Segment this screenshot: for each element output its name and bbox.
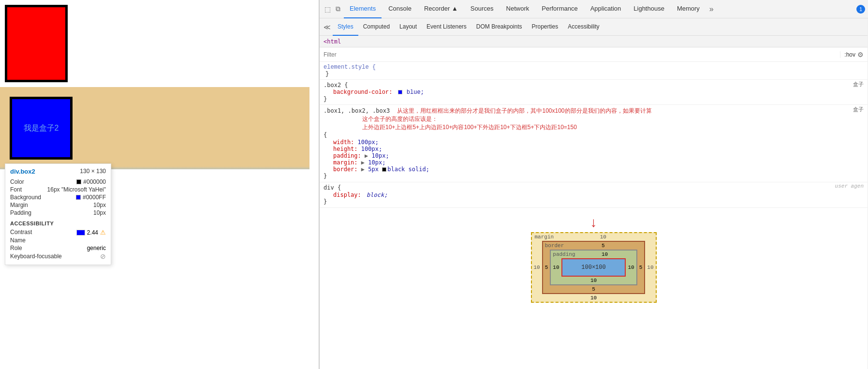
- style-rule-div: div { display: block; } user agen: [320, 182, 868, 208]
- subtab-computed[interactable]: Computed: [358, 18, 395, 36]
- border-label: border: [545, 243, 564, 249]
- expand-margin-icon[interactable]: ▶: [361, 159, 365, 166]
- prop-font: Font 16px "Microsoft YaHei": [10, 186, 106, 193]
- border-top-row: border 5: [543, 242, 645, 250]
- contrast-swatch: [76, 230, 85, 236]
- prop-value-bg-color: blue;: [398, 89, 424, 96]
- styles-filter-input[interactable]: [324, 51, 840, 58]
- prop-bg-value: #0000FF: [76, 194, 106, 201]
- expand-padding-icon[interactable]: ▶: [365, 152, 368, 159]
- keyboard-icon: ⊘: [100, 252, 106, 260]
- tab-elements[interactable]: Elements: [344, 0, 382, 18]
- prop-width: width: 100px;: [333, 139, 864, 146]
- tab-performance[interactable]: Performance: [536, 0, 583, 18]
- prop-display-value: block;: [367, 192, 387, 198]
- user-agent-label: user agen: [835, 183, 864, 189]
- subtab-dom-breakpoints[interactable]: DOM Breakpoints: [471, 18, 527, 36]
- box1: 我是盒子1: [5, 5, 68, 82]
- prop-color-value: #000000: [76, 178, 106, 185]
- subtab-event-listeners[interactable]: Event Listeners: [422, 18, 471, 36]
- rule-props-box2: background-color: blue;: [333, 89, 864, 96]
- contrast-value: 2.44: [87, 229, 98, 236]
- element-info-panel: div.box2 130 × 130 Color #000000 Font 16…: [5, 163, 111, 265]
- padding-bottom-value: 10: [551, 277, 636, 284]
- prop-border: border: ▶ 5px black solid;: [333, 166, 864, 173]
- box-model-section: ↓ margin 10 10: [320, 208, 868, 312]
- tab-sources[interactable]: Sources: [465, 0, 500, 18]
- margin-top-row: margin 10: [532, 233, 656, 241]
- rule-selector-box2: .box2 {: [324, 82, 348, 89]
- webpage-area: 我是盒子1 我是盒子2 div.box2 130 × 130 Color #00: [0, 0, 319, 369]
- tab-application[interactable]: Application: [585, 0, 627, 18]
- color-inline-black: [382, 167, 386, 172]
- keyboard-label: Keyboard-focusable: [10, 253, 62, 260]
- tab-lighthouse[interactable]: Lighthouse: [628, 0, 670, 18]
- accessibility-header: ACCESSIBILITY: [10, 221, 106, 226]
- subtab-accessibility[interactable]: Accessibility: [563, 18, 604, 36]
- rule-selector-element: element.style {: [324, 64, 376, 71]
- margin-top-value: 10: [600, 234, 606, 240]
- border-left-value: 5: [543, 250, 550, 285]
- prop-keyboard: Keyboard-focusable ⊘: [10, 252, 106, 261]
- element-title: div.box2 130 × 130: [10, 168, 106, 175]
- devtools-topbar: ⬚ ⧉ Elements Console Recorder ▲ Sources …: [320, 0, 868, 18]
- padding-box: padding 10 10 100×100: [550, 250, 637, 285]
- styles-filter-bar: :hov ⚙: [320, 47, 868, 62]
- prop-padding: Padding 10px: [10, 209, 106, 217]
- prop-padding: padding: ▶ 10px;: [333, 152, 864, 159]
- element-size: 130 × 130: [80, 168, 106, 175]
- tab-network[interactable]: Network: [500, 0, 535, 18]
- comment-line3: 上外边距10+上边框5+上内边距10+内容100+下外边距10+下边框5+下内边…: [362, 124, 577, 131]
- prop-padding-value: 10px;: [372, 152, 389, 159]
- box1-text: 我是盒子1: [12, 12, 60, 22]
- border-box: border 5 5 p: [542, 241, 646, 294]
- prop-margin-value: 10px: [93, 202, 106, 208]
- border-right-value: 5: [637, 250, 645, 285]
- subtab-properties[interactable]: Properties: [527, 18, 563, 36]
- tab-recorder[interactable]: Recorder ▲: [418, 0, 464, 18]
- box123-source-annotation: 盒子: [853, 106, 864, 113]
- subtab-toggle[interactable]: ≪: [322, 23, 333, 31]
- rule-open-box123: {: [324, 132, 327, 138]
- prop-color: Color #000000: [10, 178, 106, 186]
- comment-line1: 从这里，用红框框出来的部分才是我们盒子的内部，其中100x100的部分是我们的内…: [397, 107, 651, 114]
- expand-border-icon[interactable]: ▶: [361, 166, 365, 173]
- prop-height: height: 100px;: [333, 146, 864, 152]
- padding-label: padding: [553, 251, 575, 257]
- border-top-value: 5: [602, 243, 605, 249]
- border-bottom-value: 5: [543, 285, 645, 293]
- middle-row: 10 border 5: [532, 241, 656, 294]
- tab-console[interactable]: Console: [383, 0, 417, 18]
- prop-margin: Margin 10px: [10, 201, 106, 209]
- role-label: Role: [10, 245, 22, 251]
- more-tabs-button[interactable]: »: [706, 5, 717, 14]
- prop-font-label: Font: [10, 186, 22, 193]
- border-middle-row: 5 padding 10: [543, 250, 645, 285]
- styles-settings-icon[interactable]: ⚙: [857, 51, 864, 59]
- color-swatch-black: [76, 179, 81, 184]
- rule-selector-box123: .box1, .box2, .box3: [324, 107, 390, 114]
- tan-container: 我是盒子2: [0, 87, 309, 169]
- box-model-outer: margin 10 10 b: [531, 232, 657, 303]
- div-props: display: block;: [333, 192, 864, 198]
- prop-contrast: Contrast 2.44 ⚠: [10, 228, 106, 236]
- padding-left-value: 10: [551, 265, 561, 270]
- prop-display-name: display:: [333, 192, 361, 198]
- prop-height-name: height:: [333, 146, 358, 152]
- tab-memory[interactable]: Memory: [671, 0, 706, 18]
- name-label: Name: [10, 237, 26, 244]
- subtab-layout[interactable]: Layout: [395, 18, 422, 36]
- hov-label[interactable]: :hov: [840, 51, 855, 58]
- prop-margin2: margin: ▶ 10px;: [333, 159, 864, 166]
- style-rule-box2: .box2 { background-color: blue; } 盒子: [320, 80, 868, 105]
- contrast-label: Contrast: [10, 229, 32, 236]
- box2: 我是盒子2: [10, 97, 73, 160]
- subtab-styles[interactable]: Styles: [333, 18, 358, 36]
- red-arrow: ↓: [589, 217, 598, 230]
- prop-border-value: 5px: [368, 166, 379, 173]
- inspect-icon[interactable]: ⬚: [323, 4, 332, 14]
- device-icon[interactable]: ⧉: [333, 4, 343, 14]
- margin-bottom-value: 10: [532, 294, 656, 302]
- devtools-subtabs: ≪ Styles Computed Layout Event Listeners…: [320, 18, 868, 36]
- box123-props: width: 100px; height: 100px; padding: ▶ …: [333, 139, 864, 173]
